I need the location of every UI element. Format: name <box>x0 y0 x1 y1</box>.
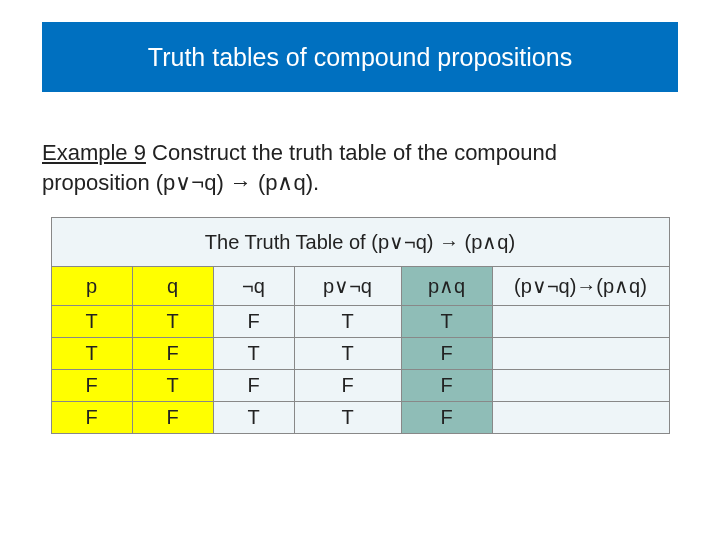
col-not-q: ¬q <box>213 267 294 306</box>
truth-table: The Truth Table of (p∨¬q) → (p∧q) p q ¬q… <box>51 217 670 434</box>
table-row: F T F F F <box>51 370 669 402</box>
truth-table-wrap: The Truth Table of (p∨¬q) → (p∧q) p q ¬q… <box>42 217 678 434</box>
cell: T <box>294 338 401 370</box>
table-title-row: The Truth Table of (p∨¬q) → (p∧q) <box>51 218 669 267</box>
cell: F <box>132 402 213 434</box>
cell: T <box>132 370 213 402</box>
table-row: T T F T T <box>51 306 669 338</box>
title-bar: Truth tables of compound propositions <box>42 22 678 92</box>
cell: F <box>401 370 492 402</box>
cell: T <box>401 306 492 338</box>
page-title: Truth tables of compound propositions <box>148 43 572 72</box>
cell <box>492 402 669 434</box>
cell: T <box>51 306 132 338</box>
col-q: q <box>132 267 213 306</box>
cell: T <box>51 338 132 370</box>
cell: T <box>213 402 294 434</box>
cell: F <box>132 338 213 370</box>
cell: T <box>213 338 294 370</box>
slide: Truth tables of compound propositions Ex… <box>0 0 720 540</box>
example-prompt: Example 9 Construct the truth table of t… <box>42 138 678 197</box>
cell <box>492 370 669 402</box>
col-implication: (p∨¬q)→(p∧q) <box>492 267 669 306</box>
cell: T <box>132 306 213 338</box>
table-header-row: p q ¬q p∨¬q p∧q (p∨¬q)→(p∧q) <box>51 267 669 306</box>
body: Example 9 Construct the truth table of t… <box>42 138 678 434</box>
cell: F <box>51 370 132 402</box>
table-row: T F T T F <box>51 338 669 370</box>
table-row: F F T T F <box>51 402 669 434</box>
col-p-or-not-q: p∨¬q <box>294 267 401 306</box>
cell <box>492 338 669 370</box>
col-p-and-q: p∧q <box>401 267 492 306</box>
example-text-line2: proposition (p∨¬q) → (p∧q). <box>42 170 319 195</box>
cell: T <box>294 402 401 434</box>
example-label: Example 9 <box>42 140 146 165</box>
cell: F <box>213 306 294 338</box>
example-text-line1: Construct the truth table of the compoun… <box>146 140 557 165</box>
cell: F <box>51 402 132 434</box>
cell: T <box>294 306 401 338</box>
cell: F <box>401 402 492 434</box>
table-title: The Truth Table of (p∨¬q) → (p∧q) <box>51 218 669 267</box>
cell: F <box>213 370 294 402</box>
cell: F <box>401 338 492 370</box>
cell <box>492 306 669 338</box>
col-p: p <box>51 267 132 306</box>
cell: F <box>294 370 401 402</box>
